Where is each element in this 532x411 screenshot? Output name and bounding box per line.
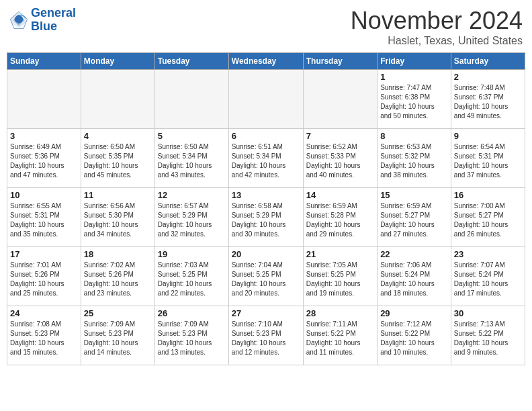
day-number: 18 <box>84 249 152 259</box>
calendar-table: SundayMondayTuesdayWednesdayThursdayFrid… <box>7 52 525 365</box>
day-number: 15 <box>380 190 448 200</box>
day-info: Sunrise: 6:58 AM Sunset: 5:29 PM Dayligh… <box>232 201 300 239</box>
day-number: 30 <box>454 308 522 318</box>
day-number: 28 <box>306 308 374 318</box>
day-number: 14 <box>306 190 374 200</box>
weekday-header: Wednesday <box>228 53 303 70</box>
day-info: Sunrise: 7:48 AM Sunset: 6:37 PM Dayligh… <box>454 83 522 121</box>
calendar-cell: 24Sunrise: 7:08 AM Sunset: 5:23 PM Dayli… <box>7 306 81 365</box>
calendar-cell: 29Sunrise: 7:12 AM Sunset: 5:22 PM Dayli… <box>378 306 451 365</box>
day-number: 2 <box>454 72 522 82</box>
calendar-cell: 15Sunrise: 6:59 AM Sunset: 5:27 PM Dayli… <box>378 188 451 247</box>
weekday-header: Saturday <box>451 53 525 70</box>
calendar-cell: 16Sunrise: 7:00 AM Sunset: 5:27 PM Dayli… <box>451 188 525 247</box>
calendar-cell: 19Sunrise: 7:03 AM Sunset: 5:25 PM Dayli… <box>154 247 228 306</box>
calendar-cell: 28Sunrise: 7:11 AM Sunset: 5:22 PM Dayli… <box>303 306 377 365</box>
calendar-week-row: 10Sunrise: 6:55 AM Sunset: 5:31 PM Dayli… <box>7 188 525 247</box>
logo-icon <box>9 11 28 30</box>
day-info: Sunrise: 6:59 AM Sunset: 5:27 PM Dayligh… <box>380 201 448 239</box>
calendar-cell: 9Sunrise: 6:54 AM Sunset: 5:31 PM Daylig… <box>451 129 525 188</box>
calendar-week-row: 24Sunrise: 7:08 AM Sunset: 5:23 PM Dayli… <box>7 306 525 365</box>
day-info: Sunrise: 6:50 AM Sunset: 5:35 PM Dayligh… <box>84 142 152 180</box>
day-info: Sunrise: 7:00 AM Sunset: 5:27 PM Dayligh… <box>454 201 522 239</box>
day-number: 11 <box>84 190 152 200</box>
calendar-cell <box>303 70 377 129</box>
day-info: Sunrise: 6:53 AM Sunset: 5:32 PM Dayligh… <box>380 142 448 180</box>
calendar-cell: 21Sunrise: 7:05 AM Sunset: 5:25 PM Dayli… <box>303 247 377 306</box>
day-info: Sunrise: 7:10 AM Sunset: 5:23 PM Dayligh… <box>232 320 300 357</box>
day-info: Sunrise: 6:52 AM Sunset: 5:33 PM Dayligh… <box>306 142 374 180</box>
day-number: 24 <box>10 308 78 318</box>
day-number: 21 <box>306 249 374 259</box>
calendar-cell <box>7 70 81 129</box>
calendar-cell: 1Sunrise: 7:47 AM Sunset: 6:38 PM Daylig… <box>378 70 451 129</box>
day-info: Sunrise: 7:05 AM Sunset: 5:25 PM Dayligh… <box>306 261 374 298</box>
calendar-cell: 8Sunrise: 6:53 AM Sunset: 5:32 PM Daylig… <box>378 129 451 188</box>
logo: General Blue <box>9 7 76 34</box>
calendar-cell: 30Sunrise: 7:13 AM Sunset: 5:22 PM Dayli… <box>451 306 525 365</box>
calendar-cell: 7Sunrise: 6:52 AM Sunset: 5:33 PM Daylig… <box>303 129 377 188</box>
calendar-cell: 4Sunrise: 6:50 AM Sunset: 5:35 PM Daylig… <box>81 129 154 188</box>
calendar-cell: 25Sunrise: 7:09 AM Sunset: 5:23 PM Dayli… <box>81 306 154 365</box>
calendar-cell: 20Sunrise: 7:04 AM Sunset: 5:25 PM Dayli… <box>228 247 303 306</box>
day-number: 16 <box>454 190 522 200</box>
day-number: 25 <box>84 308 152 318</box>
day-info: Sunrise: 7:09 AM Sunset: 5:23 PM Dayligh… <box>158 320 226 357</box>
day-number: 10 <box>10 190 78 200</box>
weekday-header-row: SundayMondayTuesdayWednesdayThursdayFrid… <box>7 53 525 70</box>
calendar-cell: 23Sunrise: 7:07 AM Sunset: 5:24 PM Dayli… <box>451 247 525 306</box>
day-info: Sunrise: 6:59 AM Sunset: 5:28 PM Dayligh… <box>306 201 374 239</box>
title-block: November 2024 Haslet, Texas, United Stat… <box>351 7 523 47</box>
calendar-cell: 11Sunrise: 6:56 AM Sunset: 5:30 PM Dayli… <box>81 188 154 247</box>
day-number: 20 <box>232 249 300 259</box>
day-number: 17 <box>10 249 78 259</box>
day-number: 8 <box>380 131 448 141</box>
calendar-cell: 26Sunrise: 7:09 AM Sunset: 5:23 PM Dayli… <box>154 306 228 365</box>
calendar-cell: 22Sunrise: 7:06 AM Sunset: 5:24 PM Dayli… <box>378 247 451 306</box>
day-info: Sunrise: 7:12 AM Sunset: 5:22 PM Dayligh… <box>380 320 448 357</box>
calendar-week-row: 1Sunrise: 7:47 AM Sunset: 6:38 PM Daylig… <box>7 70 525 129</box>
day-number: 29 <box>380 308 448 318</box>
day-number: 7 <box>306 131 374 141</box>
calendar-week-row: 3Sunrise: 6:49 AM Sunset: 5:36 PM Daylig… <box>7 129 525 188</box>
day-info: Sunrise: 6:56 AM Sunset: 5:30 PM Dayligh… <box>84 201 152 239</box>
day-number: 26 <box>158 308 226 318</box>
day-info: Sunrise: 7:47 AM Sunset: 6:38 PM Dayligh… <box>380 83 448 121</box>
calendar-cell: 2Sunrise: 7:48 AM Sunset: 6:37 PM Daylig… <box>451 70 525 129</box>
day-info: Sunrise: 6:51 AM Sunset: 5:34 PM Dayligh… <box>232 142 300 180</box>
weekday-header: Monday <box>81 53 154 70</box>
month-title: November 2024 <box>351 7 523 35</box>
day-info: Sunrise: 7:07 AM Sunset: 5:24 PM Dayligh… <box>454 261 522 298</box>
weekday-header: Tuesday <box>154 53 228 70</box>
calendar-cell: 10Sunrise: 6:55 AM Sunset: 5:31 PM Dayli… <box>7 188 81 247</box>
weekday-header: Thursday <box>303 53 377 70</box>
calendar-week-row: 17Sunrise: 7:01 AM Sunset: 5:26 PM Dayli… <box>7 247 525 306</box>
calendar-cell: 5Sunrise: 6:50 AM Sunset: 5:34 PM Daylig… <box>154 129 228 188</box>
day-number: 13 <box>232 190 300 200</box>
weekday-header: Friday <box>378 53 451 70</box>
calendar-cell: 14Sunrise: 6:59 AM Sunset: 5:28 PM Dayli… <box>303 188 377 247</box>
calendar-cell <box>154 70 228 129</box>
day-info: Sunrise: 6:49 AM Sunset: 5:36 PM Dayligh… <box>10 142 78 180</box>
day-number: 12 <box>158 190 226 200</box>
calendar-cell: 27Sunrise: 7:10 AM Sunset: 5:23 PM Dayli… <box>228 306 303 365</box>
calendar-cell: 18Sunrise: 7:02 AM Sunset: 5:26 PM Dayli… <box>81 247 154 306</box>
weekday-header: Sunday <box>7 53 81 70</box>
day-number: 19 <box>158 249 226 259</box>
day-info: Sunrise: 6:54 AM Sunset: 5:31 PM Dayligh… <box>454 142 522 180</box>
logo-line2: Blue <box>31 20 76 34</box>
day-info: Sunrise: 7:02 AM Sunset: 5:26 PM Dayligh… <box>84 261 152 298</box>
day-info: Sunrise: 7:11 AM Sunset: 5:22 PM Dayligh… <box>306 320 374 357</box>
calendar-cell: 13Sunrise: 6:58 AM Sunset: 5:29 PM Dayli… <box>228 188 303 247</box>
day-info: Sunrise: 7:08 AM Sunset: 5:23 PM Dayligh… <box>10 320 78 357</box>
day-number: 23 <box>454 249 522 259</box>
day-number: 5 <box>158 131 226 141</box>
day-number: 9 <box>454 131 522 141</box>
page-header: General Blue November 2024 Haslet, Texas… <box>7 7 525 47</box>
day-number: 3 <box>10 131 78 141</box>
calendar-cell: 6Sunrise: 6:51 AM Sunset: 5:34 PM Daylig… <box>228 129 303 188</box>
day-number: 1 <box>380 72 448 82</box>
day-number: 27 <box>232 308 300 318</box>
day-info: Sunrise: 6:57 AM Sunset: 5:29 PM Dayligh… <box>158 201 226 239</box>
location-title: Haslet, Texas, United States <box>351 35 523 47</box>
